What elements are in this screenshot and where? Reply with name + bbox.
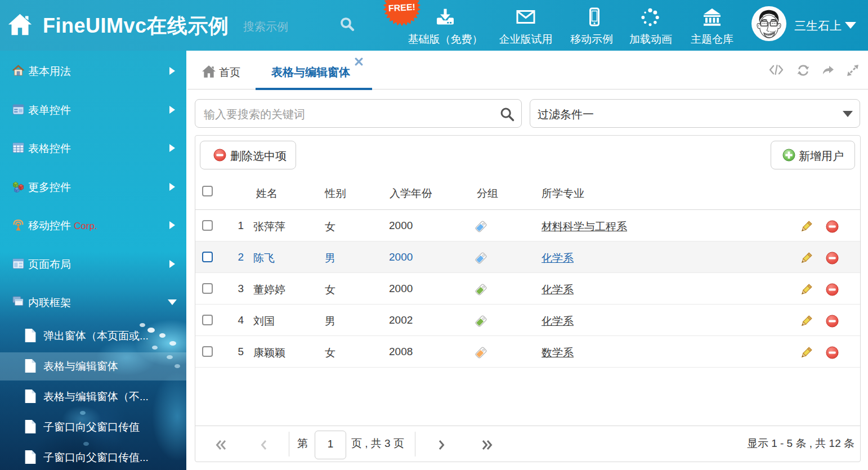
svg-text:FREE!: FREE! — [388, 2, 416, 13]
